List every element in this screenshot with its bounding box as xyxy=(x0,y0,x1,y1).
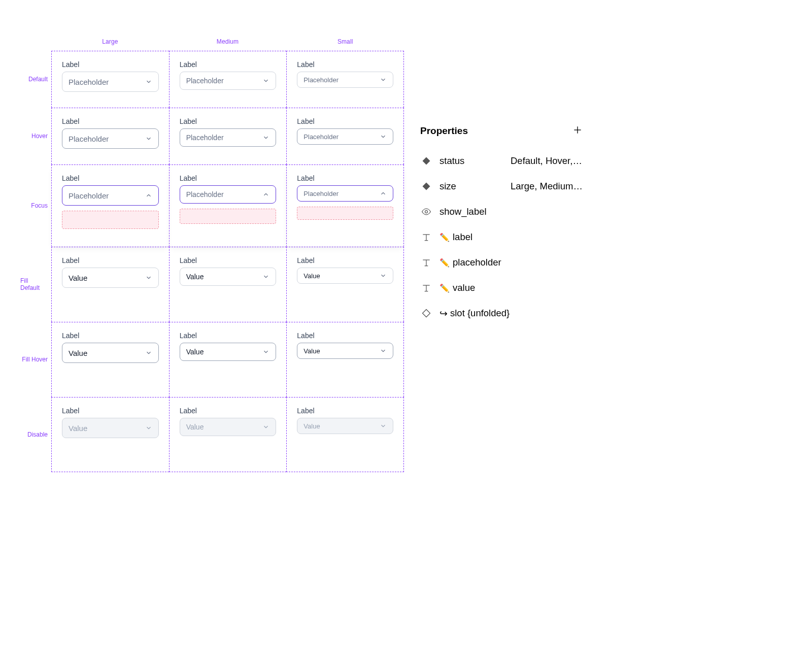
field-label: Label xyxy=(180,256,277,264)
field-label: Label xyxy=(180,117,277,125)
property-row-status[interactable]: status Default, Hover, F... xyxy=(420,148,584,174)
row-header-default: Default xyxy=(20,51,51,108)
variant-icon xyxy=(420,155,432,167)
field-label: Label xyxy=(62,174,159,182)
field-label: Label xyxy=(62,256,159,264)
row-header-disable: Disable xyxy=(20,397,51,472)
select-input[interactable]: Value xyxy=(297,268,393,284)
field-label: Label xyxy=(297,407,393,415)
select-value: Value xyxy=(69,349,87,357)
variant-default-large[interactable]: Label Placeholder xyxy=(51,51,169,108)
property-name: status xyxy=(439,155,503,167)
properties-title: Properties xyxy=(420,125,468,137)
select-input: Value xyxy=(180,418,277,436)
variant-default-medium[interactable]: Label Placeholder xyxy=(169,51,287,108)
select-input[interactable]: Value xyxy=(62,268,159,288)
chevron-down-icon xyxy=(145,135,152,142)
variant-fill-default-large[interactable]: Label Value xyxy=(51,247,169,322)
chevron-down-icon xyxy=(145,424,152,432)
select-input[interactable]: Placeholder xyxy=(62,72,159,92)
property-row-size[interactable]: size Large, Medium, ... xyxy=(420,174,584,199)
chevron-up-icon xyxy=(380,190,387,197)
column-header-large: Large xyxy=(51,38,169,51)
chevron-down-icon xyxy=(380,76,387,83)
variant-hover-large[interactable]: Label Placeholder xyxy=(51,108,169,164)
select-input[interactable]: Value xyxy=(62,343,159,363)
variant-fill-default-medium[interactable]: Label Value xyxy=(169,247,287,322)
property-row-value[interactable]: ✏️ value xyxy=(420,275,584,301)
variant-disable-small[interactable]: Label Value xyxy=(286,397,404,472)
property-row-placeholder[interactable]: ✏️ placeholder xyxy=(420,250,584,275)
variant-icon xyxy=(420,180,432,192)
property-row-label[interactable]: ✏️ label xyxy=(420,224,584,250)
chevron-down-icon xyxy=(262,348,269,355)
select-placeholder: Placeholder xyxy=(69,135,109,143)
variant-fill-hover-small[interactable]: Label Value xyxy=(286,322,404,397)
chevron-down-icon xyxy=(380,347,387,354)
add-property-button[interactable] xyxy=(571,125,584,137)
field-label: Label xyxy=(180,332,277,340)
select-input[interactable]: Placeholder xyxy=(180,72,277,90)
variant-fill-default-small[interactable]: Label Value xyxy=(286,247,404,322)
select-value: Value xyxy=(303,422,320,430)
chevron-down-icon xyxy=(380,133,387,140)
property-name: ✏️ value xyxy=(439,282,503,293)
property-name: show_label xyxy=(439,206,503,217)
slot-placeholder[interactable] xyxy=(297,207,393,220)
field-label: Label xyxy=(297,60,393,69)
variant-fill-hover-large[interactable]: Label Value xyxy=(51,322,169,397)
select-input[interactable]: Placeholder xyxy=(297,72,393,88)
chevron-down-icon xyxy=(262,77,269,84)
select-input[interactable]: Placeholder xyxy=(297,185,393,202)
property-name: ✏️ label xyxy=(439,231,503,243)
field-label: Label xyxy=(180,407,277,415)
column-headers: Large Medium Small xyxy=(51,38,404,51)
select-placeholder: Placeholder xyxy=(303,76,339,84)
text-icon xyxy=(420,256,432,269)
field-label: Label xyxy=(180,60,277,69)
select-input[interactable]: Placeholder xyxy=(180,128,277,147)
chevron-down-icon xyxy=(145,274,152,281)
variant-focus-medium[interactable]: Label Placeholder xyxy=(169,164,287,247)
variant-hover-medium[interactable]: Label Placeholder xyxy=(169,108,287,164)
chevron-down-icon xyxy=(380,422,387,429)
pencil-icon: ✏️ xyxy=(439,283,450,293)
select-input[interactable]: Placeholder xyxy=(297,128,393,145)
select-input[interactable]: Value xyxy=(297,343,393,359)
slot-placeholder[interactable] xyxy=(180,209,277,224)
slot-placeholder[interactable] xyxy=(62,211,159,229)
select-input[interactable]: Placeholder xyxy=(62,128,159,149)
property-name: ✏️ placeholder xyxy=(439,257,503,268)
property-row-slot[interactable]: ↪ slot {unfolded} xyxy=(420,301,584,326)
field-label: Label xyxy=(62,60,159,69)
chevron-up-icon xyxy=(262,191,269,198)
select-input[interactable]: Value xyxy=(180,343,277,361)
property-row-show-label[interactable]: show_label xyxy=(420,199,584,224)
text-icon xyxy=(420,231,432,243)
variant-focus-large[interactable]: Label Placeholder xyxy=(51,164,169,247)
column-header-small: Small xyxy=(286,38,404,51)
property-name: ↪ slot {unfolded} xyxy=(439,308,510,319)
field-label: Label xyxy=(62,332,159,340)
select-input[interactable]: Value xyxy=(180,268,277,286)
variant-fill-hover-medium[interactable]: Label Value xyxy=(169,322,287,397)
select-value: Value xyxy=(186,273,204,281)
select-placeholder: Placeholder xyxy=(186,77,224,85)
select-input: Value xyxy=(297,418,393,434)
variant-disable-medium[interactable]: Label Value xyxy=(169,397,287,472)
select-input[interactable]: Placeholder xyxy=(180,185,277,204)
row-header-focus: Focus xyxy=(20,164,51,247)
variant-disable-large[interactable]: Label Value xyxy=(51,397,169,472)
pencil-icon: ✏️ xyxy=(439,233,450,242)
select-value: Value xyxy=(303,272,320,280)
variant-hover-small[interactable]: Label Placeholder xyxy=(286,108,404,164)
property-value: Large, Medium, ... xyxy=(511,181,584,192)
select-input[interactable]: Placeholder xyxy=(62,185,159,206)
field-label: Label xyxy=(297,256,393,264)
variant-default-small[interactable]: Label Placeholder xyxy=(286,51,404,108)
variant-focus-small[interactable]: Label Placeholder xyxy=(286,164,404,247)
row-header-fill-hover: Fill Hover xyxy=(20,322,51,397)
select-value: Value xyxy=(303,347,320,355)
svg-marker-3 xyxy=(423,183,430,190)
select-input: Value xyxy=(62,418,159,438)
